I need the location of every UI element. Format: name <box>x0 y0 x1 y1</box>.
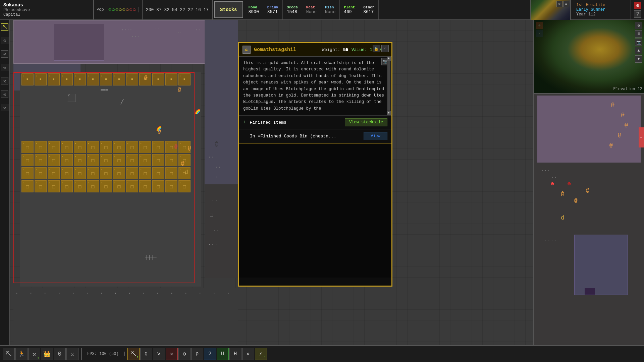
top-controls: ⚙ ? <box>631 0 644 19</box>
right-dwarf-5: @ <box>609 142 613 148</box>
other-label: Other <box>363 5 374 9</box>
bottom-icon-6[interactable]: ⚔ <box>66 348 78 360</box>
sidebar-build-icon[interactable]: ⚒ <box>1 77 8 84</box>
tool-p[interactable]: p <box>191 348 203 360</box>
right-panel: + - ⚙ ≡ 📷 ▲ ▼ Elevation 12 @ <box>533 20 644 345</box>
settings-btn[interactable]: ⚙ <box>634 2 641 9</box>
meat-label: Meat <box>306 5 317 9</box>
sidebar-labor-icon[interactable]: ⚒ <box>1 64 8 71</box>
fish-resource: Fish None <box>321 0 340 19</box>
bottom-icon-2[interactable]: 🏃 <box>15 348 28 360</box>
scroll-up-arrow[interactable]: ▲ <box>387 57 391 61</box>
description-scrollbar[interactable]: ▲ ▼ <box>387 57 391 115</box>
right-edge-marker: → <box>639 127 644 147</box>
fort-info: Sokanäs Phrasedcave Capital <box>0 0 94 19</box>
minimap-overlay-btn[interactable]: ≡ <box>635 30 642 38</box>
top-bar: Sokanäs Phrasedcave Capital Pop ☺ ☺ ☺ ☺ … <box>0 0 644 20</box>
stocks-button[interactable]: Stocks <box>214 1 243 18</box>
right-dwarf-lower-2: @ <box>574 198 578 204</box>
bin-location-text: In ≡Finished Goods Bin (chestn... <box>250 134 364 139</box>
dog-right: d <box>561 215 565 221</box>
minimap-terrain <box>534 20 644 93</box>
lower-passage: ∙∙ ☐ ∙∙ ∙∙∙ <box>205 184 238 278</box>
right-dwarf-4: @ <box>618 132 621 138</box>
sidebar-creatures-icon[interactable]: ⊘ <box>1 50 8 58</box>
food-value: 8900 <box>249 9 259 14</box>
view-button[interactable]: ○ <box>381 45 389 52</box>
goblin-figure: ☻ <box>551 181 554 187</box>
location-expand-icon[interactable]: + <box>243 119 247 125</box>
minimap[interactable]: + - ⚙ ≡ 📷 ▲ ▼ Elevation 12 <box>534 20 644 94</box>
mood-indicator: 🌈 <box>156 126 162 131</box>
tool-g[interactable]: g <box>140 348 152 360</box>
left-sidebar: ⛏ ⊘ ⊘ ⚒ ⚒ ⚒ ⚒ <box>0 20 10 345</box>
tool-pickaxe[interactable]: ⛏1 <box>127 348 140 360</box>
lock-button[interactable]: 🔒 <box>373 45 380 52</box>
view-bin-button[interactable]: View <box>364 132 387 140</box>
fish-label: Fish <box>325 5 335 9</box>
bottom-icon-5[interactable]: 0 <box>54 348 66 360</box>
view-stockpile-button[interactable]: View stockpile <box>345 118 387 126</box>
ground-item: ∙ <box>114 290 127 297</box>
pop-icon-4: ☺ <box>119 7 122 12</box>
animal-figure-1: d <box>184 169 188 175</box>
right-dwarf-3: @ <box>625 122 628 128</box>
plant-resource: Plant 469 <box>340 0 359 19</box>
ground-item: ∙ <box>15 290 29 297</box>
seeds-resource: Seeds 1548 <box>283 0 302 19</box>
minimap-ctrl-btn[interactable]: ⚙ <box>556 1 562 7</box>
sidebar-designate-icon[interactable]: ⚒ <box>1 90 8 98</box>
rock-right-2: ∙∙ <box>551 174 557 180</box>
fps-display: FPS: 100 (50) <box>82 352 125 356</box>
sidebar-mining-icon[interactable]: ⛏ <box>1 23 8 31</box>
tool-gear[interactable]: ⚙ <box>178 348 191 360</box>
tool-u[interactable]: U <box>217 348 229 360</box>
ground-item: ∙ <box>184 290 198 297</box>
minimap-up-btn[interactable]: ▲ <box>635 47 642 54</box>
elevation-label: Elevation 12 <box>613 87 642 92</box>
minimap-down-btn[interactable]: ▼ <box>635 55 642 63</box>
tool-x[interactable]: ✕ <box>166 348 178 360</box>
item-panel-controls: 🔒 ○ <box>373 45 389 52</box>
tool-h[interactable]: H <box>229 348 241 360</box>
right-game-area: @ @ @ @ @ ☻ ☻ @ @ @ d → <box>534 94 644 345</box>
ground-item: ∙ <box>170 290 183 297</box>
seeds-label: Seeds <box>287 5 298 9</box>
plant-label: Plant <box>344 5 355 9</box>
right-dwarf-2: @ <box>621 112 625 118</box>
right-building-1 <box>574 235 628 295</box>
bottom-icon-4[interactable]: 👑 <box>41 348 53 360</box>
date-season: Early Summer <box>576 7 625 12</box>
resources-bar: Food 8900 Drink 3571 Seeds 1548 Meat Non… <box>245 0 530 19</box>
scroll-thumb[interactable] <box>387 61 390 111</box>
meat-value: None <box>306 9 317 14</box>
bottom-tools: ⛏1 g v ✕ ⚙ p 2 U H » ⚡1 <box>125 348 644 360</box>
sidebar-alert-icon[interactable]: ⊘ <box>1 37 8 44</box>
bottom-icon-1[interactable]: ⛏ <box>3 348 15 360</box>
pop-icons: ☺ ☺ ☺ ☺ ☺ ☺ ☺ ☺ <box>106 7 139 12</box>
minimap-camera-btn[interactable]: 📷 <box>635 39 642 46</box>
right-dwarf-lower-3: @ <box>586 188 589 194</box>
location-category: Finished Items <box>250 120 345 125</box>
sidebar-stockpile-icon[interactable]: ⚒ <box>1 104 8 111</box>
dwarf-figure-2: @ <box>178 87 181 93</box>
help-btn[interactable]: ? <box>634 10 641 18</box>
item-panel-empty-area <box>239 143 391 278</box>
ground-item: ∙ <box>43 290 57 297</box>
bottom-icon-3[interactable]: ⚒ y <box>28 348 40 360</box>
food-resource: Food 8900 <box>245 0 263 19</box>
tool-v[interactable]: v <box>153 348 165 360</box>
passage-marker: ▬▬▬ <box>101 87 108 92</box>
tool-lightning[interactable]: ⚡1 <box>255 348 267 360</box>
date-year: Year 112 <box>576 12 625 17</box>
ground-item: ∙ <box>57 290 71 297</box>
tool-2[interactable]: 2 <box>204 348 216 360</box>
pop-icon-8: ☺ <box>133 7 136 12</box>
weapon-on-ground: ╱ <box>121 99 123 105</box>
tool-arrow[interactable]: » <box>242 348 254 360</box>
scroll-down-arrow[interactable]: ▼ <box>387 111 391 115</box>
minimap-ctrl-btn2[interactable]: ≡ <box>563 1 569 7</box>
minimap-settings-btn[interactable]: ⚙ <box>635 22 642 29</box>
population-section: Pop ☺ ☺ ☺ ☺ ☺ ☺ ☺ ☺ <box>94 0 143 19</box>
meat-resource: Meat None <box>302 0 321 19</box>
